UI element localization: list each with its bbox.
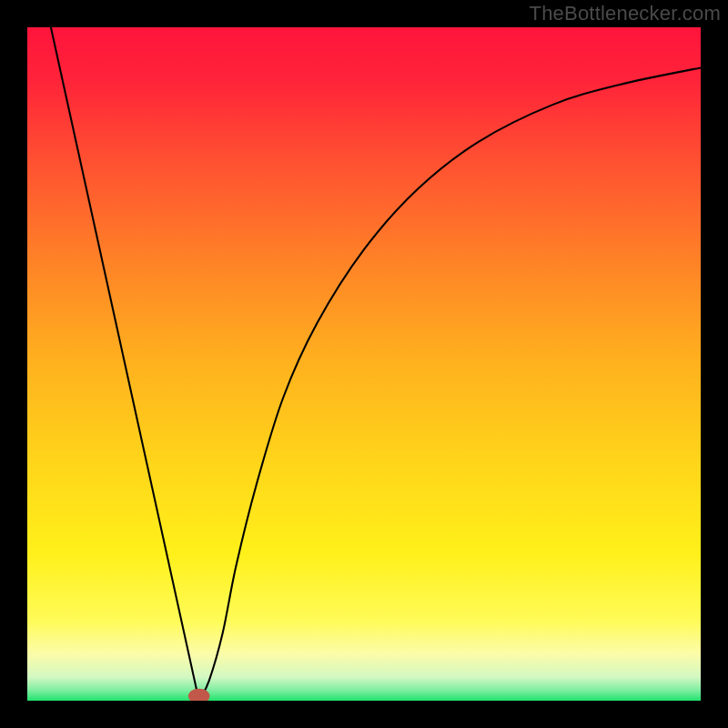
chart-frame: TheBottlenecker.com bbox=[0, 0, 728, 728]
plot-area bbox=[27, 27, 701, 701]
watermark-text: TheBottlenecker.com bbox=[530, 2, 721, 25]
chart-svg bbox=[27, 27, 701, 701]
gradient-background bbox=[27, 27, 701, 701]
